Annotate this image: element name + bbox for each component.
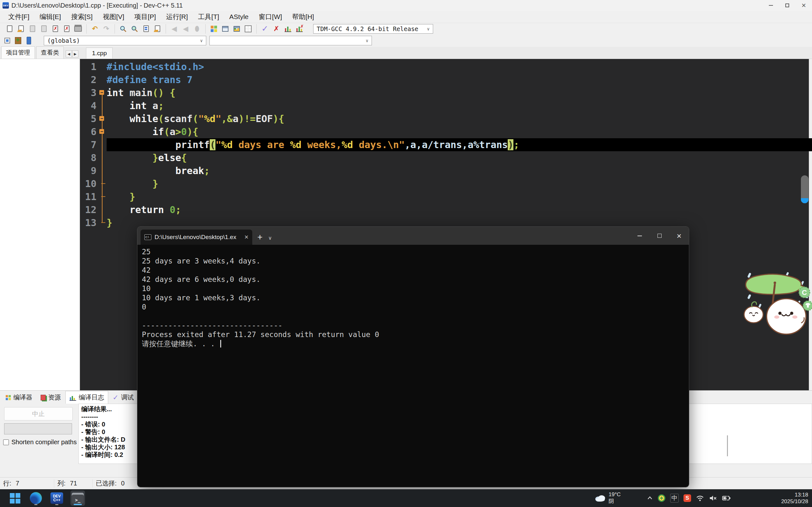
save-button[interactable]: [27, 24, 38, 34]
log-scrollbar-thumb[interactable]: [727, 435, 728, 456]
code-line[interactable]: 7 printf("%d days are %d weeks,%d days.\…: [80, 138, 812, 151]
close-button[interactable]: ×: [796, 0, 812, 11]
ime-indicator[interactable]: 中: [670, 494, 679, 503]
terminal-taskbar-button[interactable]: >_: [70, 491, 85, 506]
new-project-button[interactable]: [208, 24, 219, 34]
globals-select[interactable]: (globals) ∨: [44, 36, 206, 45]
fold-marker: [98, 216, 107, 229]
menu-item[interactable]: 编辑[E]: [35, 11, 66, 22]
toggle-bookmark-button[interactable]: [2, 36, 13, 45]
code-line[interactable]: 2#define trans 7: [80, 73, 812, 86]
tab-class-viewer[interactable]: 查看类: [36, 46, 64, 59]
code-line[interactable]: 8 }else{: [80, 151, 812, 164]
insert-button[interactable]: [13, 36, 23, 45]
shorten-paths-checkbox[interactable]: [3, 440, 9, 445]
menu-item[interactable]: 运行[R]: [161, 11, 193, 22]
menu-item[interactable]: 文件[F]: [3, 11, 35, 22]
stop-execution-button[interactable]: ✗: [271, 24, 282, 34]
code-line[interactable]: 6 if(a>0){: [80, 125, 812, 138]
editor-tab-1cpp[interactable]: 1.cpp: [86, 48, 113, 59]
insert-plus-icon: [15, 37, 21, 44]
code-line[interactable]: 12 return 0;: [80, 203, 812, 216]
find-button[interactable]: [117, 24, 129, 34]
goto-bookmark-button[interactable]: [23, 36, 34, 45]
profile-button[interactable]: [282, 24, 294, 34]
open-project-button[interactable]: [219, 24, 231, 34]
project-options-button[interactable]: [231, 24, 243, 34]
menu-item[interactable]: AStyle: [224, 12, 254, 22]
redo-button[interactable]: ↷: [101, 24, 112, 34]
back-button[interactable]: ◀: [168, 24, 180, 34]
tab-compiler[interactable]: 编译器: [2, 391, 36, 404]
project-browser-panel[interactable]: [0, 59, 80, 390]
menu-item[interactable]: 项目[P]: [130, 11, 161, 22]
tab-resources[interactable]: 资源: [37, 391, 65, 404]
terminal-window[interactable]: C:\ D:\Users\Lenovo\Desktop\1.ex × + ∨ ×…: [137, 226, 689, 487]
print-button[interactable]: [72, 24, 84, 34]
forward-button[interactable]: ◀: [180, 24, 191, 34]
replace-button[interactable]: [140, 24, 152, 34]
code-line[interactable]: 9 break;: [80, 164, 812, 177]
save-all-button[interactable]: [38, 24, 50, 34]
tab-scroll-left-button[interactable]: ◀: [66, 50, 72, 57]
fold-marker[interactable]: [98, 112, 107, 125]
code-line[interactable]: 3int main() {: [80, 86, 812, 99]
menu-item[interactable]: 窗口[W]: [254, 11, 287, 22]
code-line[interactable]: 1#include<stdio.h>: [80, 60, 812, 73]
open-file-button[interactable]: [15, 24, 27, 34]
editor-scrollbar-thumb[interactable]: [801, 175, 809, 203]
wifi-icon[interactable]: [696, 495, 704, 502]
minimize-button[interactable]: [762, 0, 779, 11]
goto-declaration-button[interactable]: ⬮: [191, 24, 203, 34]
fold-marker[interactable]: [98, 125, 107, 138]
battery-icon[interactable]: [722, 495, 731, 502]
terminal-output[interactable]: 2525 days are 3 weeks,4 days.4242 days a…: [137, 245, 689, 487]
compile-button[interactable]: ✓: [259, 24, 271, 34]
console-line: 10 days are 1 weeks,3 days.: [142, 293, 689, 302]
undo-button[interactable]: ↶: [89, 24, 101, 34]
tab-scroll-arrows: ◀ ▶: [66, 50, 79, 57]
menu-item[interactable]: 帮助[H]: [287, 11, 319, 22]
terminal-minimize-button[interactable]: [630, 227, 650, 245]
taskbar-weather[interactable]: 19°C 阴: [594, 491, 621, 504]
start-button[interactable]: [8, 491, 22, 506]
fold-marker[interactable]: [98, 86, 107, 99]
menu-item[interactable]: 工具[T]: [193, 11, 224, 22]
devcpp-taskbar-button[interactable]: DEVC++: [50, 491, 64, 506]
edge-taskbar-button[interactable]: [29, 491, 43, 506]
terminal-maximize-button[interactable]: [650, 227, 669, 245]
code-line[interactable]: 4 int a;: [80, 99, 812, 112]
menu-item[interactable]: 视图[V]: [98, 11, 130, 22]
antivirus-tray-icon[interactable]: [658, 494, 665, 502]
goto-line-icon: [155, 25, 160, 32]
console-line: 42 days are 6 weeks,0 days.: [142, 275, 689, 284]
members-select[interactable]: ∨: [209, 36, 372, 45]
terminal-tab-close-icon[interactable]: ×: [244, 234, 248, 240]
code-line[interactable]: 11 }: [80, 190, 812, 203]
close-project-button[interactable]: [243, 24, 254, 34]
code-line[interactable]: 5 while(scanf("%d",&a)!=EOF){: [80, 112, 812, 125]
maximize-button[interactable]: [779, 0, 796, 11]
compiler-select[interactable]: TDM-GCC 4.9.2 64-bit Release ∨: [313, 24, 433, 34]
sogou-tray-icon[interactable]: S: [683, 494, 691, 502]
tray-chevron-up-icon[interactable]: [647, 495, 653, 501]
volume-muted-icon[interactable]: [709, 495, 717, 502]
taskbar-clock[interactable]: 13:18 2025/10/28: [781, 492, 808, 505]
abort-button[interactable]: 中止: [4, 407, 73, 420]
tab-project-manager[interactable]: 项目管理: [1, 46, 35, 59]
tab-scroll-right-button[interactable]: ▶: [72, 50, 79, 57]
tab-dropdown-chevron-icon[interactable]: ∨: [268, 235, 272, 241]
terminal-close-button[interactable]: ×: [669, 227, 689, 245]
code-line[interactable]: 10 }: [80, 177, 812, 190]
new-file-button[interactable]: [4, 24, 15, 34]
close-file-button[interactable]: [50, 24, 61, 34]
delete-profiling-button[interactable]: [294, 24, 305, 34]
tab-compile-log[interactable]: 编译日志: [65, 391, 108, 404]
find-in-files-button[interactable]: [129, 24, 140, 34]
tab-debug[interactable]: ✓ 调试: [109, 391, 137, 404]
terminal-tab[interactable]: C:\ D:\Users\Lenovo\Desktop\1.ex ×: [141, 230, 252, 245]
new-tab-button[interactable]: +: [257, 232, 262, 242]
menu-item[interactable]: 搜索[S]: [66, 11, 98, 22]
goto-line-button[interactable]: [152, 24, 163, 34]
close-all-button[interactable]: [61, 24, 72, 34]
